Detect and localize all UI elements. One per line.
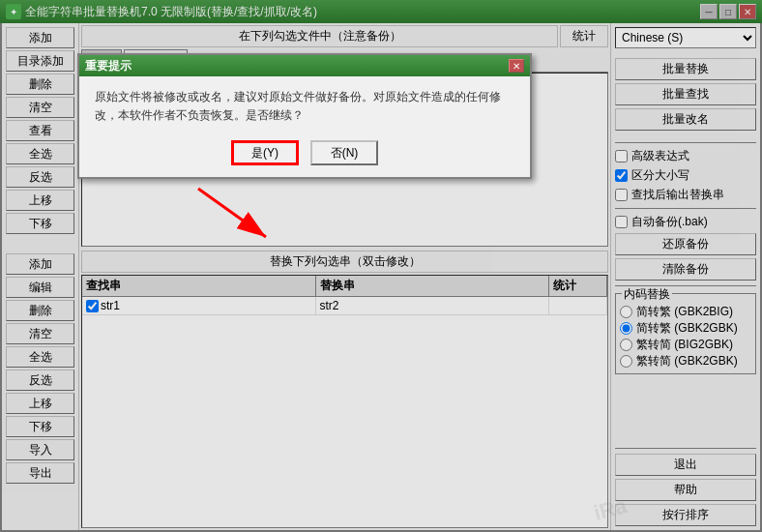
- svg-line-1: [198, 189, 266, 237]
- dialog-no-button[interactable]: 否(N): [310, 140, 378, 165]
- dialog-content: 原始文件将被修改或改名，建议对原始文件做好备份。对原始文件造成的任何修改，本软件…: [79, 76, 530, 177]
- dialog-yes-button[interactable]: 是(Y): [231, 140, 299, 165]
- dialog-buttons: 是(Y) 否(N): [95, 140, 514, 165]
- dialog-close-button[interactable]: ✕: [509, 59, 524, 73]
- dialog-message: 原始文件将被修改或改名，建议对原始文件做好备份。对原始文件造成的任何修改，本软件…: [95, 88, 514, 125]
- dialog-overlay: 重要提示 ✕ 原始文件将被修改或改名，建议对原始文件做好备份。对原始文件造成的任…: [0, 0, 762, 532]
- dialog: 重要提示 ✕ 原始文件将被修改或改名，建议对原始文件做好备份。对原始文件造成的任…: [77, 53, 532, 179]
- dialog-title: 重要提示: [85, 58, 132, 74]
- dialog-title-bar: 重要提示 ✕: [79, 55, 530, 76]
- red-arrow: [179, 179, 295, 259]
